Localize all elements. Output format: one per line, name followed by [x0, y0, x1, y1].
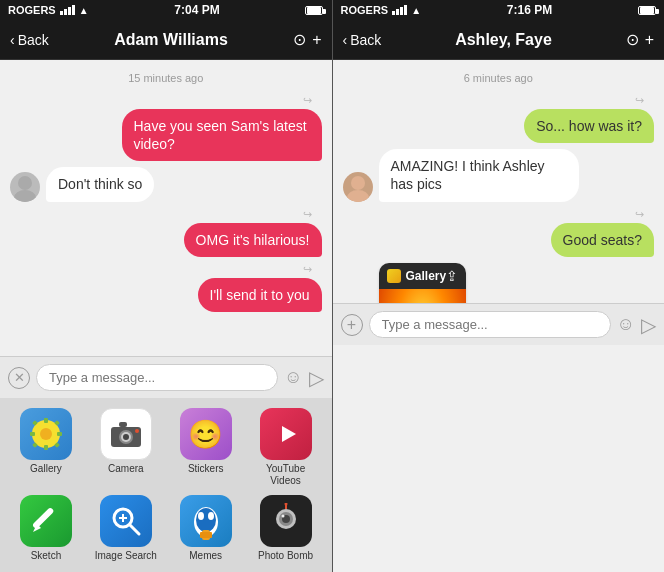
svg-point-34 — [281, 515, 284, 518]
memes-label: Memes — [189, 550, 222, 562]
battery-fill-left — [307, 7, 321, 14]
message-input-left[interactable] — [36, 364, 278, 391]
photobomb-label: Photo Bomb — [258, 550, 313, 562]
stickers-icon: 😊 — [180, 408, 232, 460]
svg-rect-19 — [32, 507, 55, 530]
back-button-left[interactable]: ‹ Back — [10, 32, 49, 48]
bubble-m2: Don't think so — [46, 167, 154, 201]
svg-point-27 — [198, 512, 204, 520]
message-group-m1: ↪ Have you seen Sam's latest video? — [10, 94, 322, 161]
rbar4 — [404, 5, 407, 15]
wifi-icon-left: ▲ — [79, 5, 89, 16]
time-right: 7:16 PM — [507, 3, 552, 17]
message-row-m2: Don't think so — [10, 167, 322, 201]
back-arrow-left: ‹ — [10, 32, 15, 48]
svg-rect-5 — [44, 445, 48, 450]
signal-bars-right — [392, 5, 407, 15]
sketch-label: Sketch — [31, 550, 62, 562]
message-row-m3: OMG it's hilarious! — [184, 223, 322, 257]
gallery-card[interactable]: Gallery ⇪ — [379, 263, 467, 303]
youtube-label: YouTube Videos — [250, 463, 322, 487]
bubble-r1: So... how was it? — [524, 109, 654, 143]
send-icon-right[interactable]: ▷ — [641, 313, 656, 337]
camera-label: Camera — [108, 463, 144, 475]
app-item-gallery[interactable]: Gallery — [10, 408, 82, 487]
back-label-left: Back — [18, 32, 49, 48]
right-spacer — [333, 345, 665, 572]
messages-area-right: 6 minutes ago ↪ So... how was it? AMAZIN… — [333, 60, 665, 303]
svg-point-38 — [347, 190, 369, 202]
youtube-icon — [260, 408, 312, 460]
app-item-stickers[interactable]: 😊 Stickers — [170, 408, 242, 487]
status-bar-left: ROGERS ▲ 7:04 PM — [0, 0, 332, 20]
add-contact-button-left[interactable]: + — [312, 31, 321, 49]
imagesearch-label: Image Search — [95, 550, 157, 562]
concert-image — [379, 289, 467, 303]
bubble-m3: OMG it's hilarious! — [184, 223, 322, 257]
signal-bars-left — [60, 5, 75, 15]
forwarded-icon-m3: ↪ — [303, 208, 322, 221]
timestamp-right: 6 minutes ago — [343, 72, 655, 84]
message-row-r2: AMAZING! I think Ashley has pics — [343, 149, 655, 201]
svg-rect-16 — [119, 422, 127, 427]
video-icon-left[interactable]: ⊙ — [293, 30, 306, 49]
gallery-card-label: Gallery — [406, 269, 447, 283]
gallery-share-icon[interactable]: ⇪ — [446, 268, 458, 284]
bar3 — [68, 7, 71, 15]
emoji-icon-right[interactable]: ☺ — [617, 314, 635, 335]
add-contact-button-right[interactable]: + — [645, 31, 654, 49]
nav-actions-right: ⊙ + — [626, 30, 654, 49]
back-button-right[interactable]: ‹ Back — [343, 32, 382, 48]
svg-rect-7 — [57, 432, 62, 436]
forwarded-icon-m4: ↪ — [303, 263, 322, 276]
stickers-label: Stickers — [188, 463, 224, 475]
forwarded-icon-r1: ↪ — [635, 94, 654, 107]
svg-point-17 — [135, 429, 139, 433]
bar1 — [60, 11, 63, 15]
app-item-sketch[interactable]: Sketch — [10, 495, 82, 562]
message-row-r4: Gallery ⇪ — [343, 263, 655, 303]
message-input-right[interactable] — [369, 311, 611, 338]
left-panel: ROGERS ▲ 7:04 PM ‹ Back Adam Williams ⊙ … — [0, 0, 332, 572]
rbar3 — [400, 7, 403, 15]
gallery-icon — [20, 408, 72, 460]
carrier-left: ROGERS — [8, 4, 56, 16]
bubble-m1: Have you seen Sam's latest video? — [122, 109, 322, 161]
status-left: ROGERS ▲ — [8, 4, 89, 16]
message-group-r3: ↪ Good seats? — [343, 208, 655, 257]
send-icon-left[interactable]: ▷ — [309, 366, 324, 390]
app-item-photobomb[interactable]: Photo Bomb — [250, 495, 322, 562]
status-left-right: ROGERS ▲ — [341, 4, 422, 16]
app-item-imagesearch[interactable]: Image Search — [90, 495, 162, 562]
gallery-header-left: Gallery — [387, 269, 447, 283]
add-icon-right[interactable]: + — [341, 314, 363, 336]
svg-rect-30 — [200, 532, 212, 538]
imagesearch-icon — [100, 495, 152, 547]
message-group-m4: ↪ I'll send it to you — [10, 263, 322, 312]
concert-bg — [379, 289, 467, 303]
emoji-icon-left[interactable]: ☺ — [284, 367, 302, 388]
svg-rect-4 — [44, 418, 48, 423]
nav-title-right: Ashley, Faye — [455, 31, 552, 49]
status-right-left — [305, 6, 323, 15]
bubble-r2: AMAZING! I think Ashley has pics — [379, 149, 579, 201]
wifi-icon-right: ▲ — [411, 5, 421, 16]
gallery-card-header: Gallery ⇪ — [379, 263, 467, 289]
input-bar-left: ✕ ☺ ▷ — [0, 356, 332, 398]
camera-icon — [100, 408, 152, 460]
rbar2 — [396, 9, 399, 15]
clear-icon-left[interactable]: ✕ — [8, 367, 30, 389]
app-item-memes[interactable]: Memes — [170, 495, 242, 562]
bar4 — [72, 5, 75, 15]
nav-actions-left: ⊙ + — [293, 30, 321, 49]
status-right-right — [638, 6, 656, 15]
nav-title-left: Adam Williams — [114, 31, 228, 49]
video-icon-right[interactable]: ⊙ — [626, 30, 639, 49]
message-group-m3: ↪ OMG it's hilarious! — [10, 208, 322, 257]
message-row-m1: Have you seen Sam's latest video? — [122, 109, 322, 161]
svg-point-26 — [196, 508, 216, 532]
battery-left — [305, 6, 323, 15]
app-item-camera[interactable]: Camera — [90, 408, 162, 487]
gallery-label: Gallery — [30, 463, 62, 475]
app-item-youtube[interactable]: YouTube Videos — [250, 408, 322, 487]
